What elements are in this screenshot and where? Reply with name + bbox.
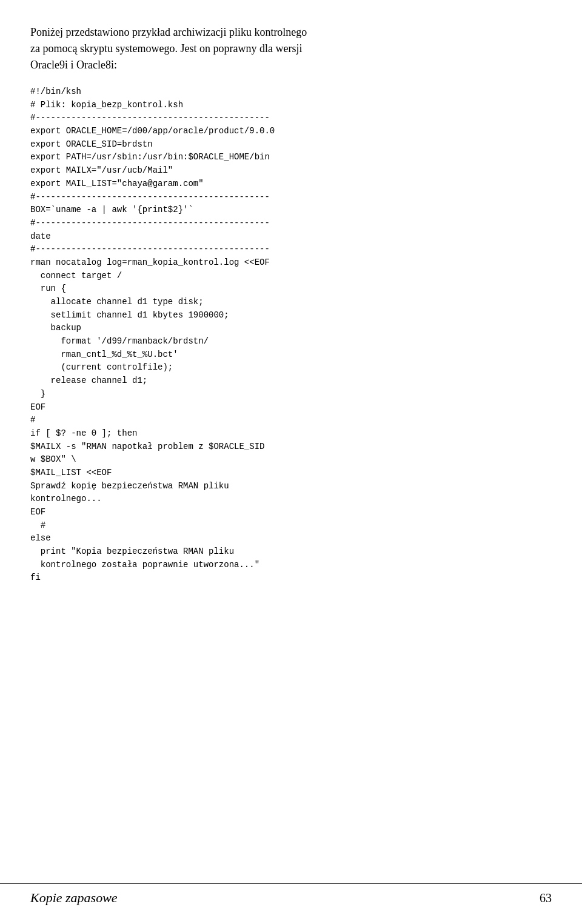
footer: Kopie zapasowe 63 xyxy=(0,883,582,906)
footer-page-number: 63 xyxy=(540,891,552,905)
page-container: Poniżej przedstawiono przykład archiwiza… xyxy=(0,0,582,924)
footer-title: Kopie zapasowe xyxy=(30,890,118,906)
code-block: #!/bin/ksh # Plik: kopia_bezp_kontrol.ks… xyxy=(30,85,552,585)
intro-line3: Oracle9i i Oracle8i: xyxy=(30,59,117,71)
intro-paragraph: Poniżej przedstawiono przykład archiwiza… xyxy=(30,24,552,73)
intro-line2: za pomocą skryptu systemowego. Jest on p… xyxy=(30,42,302,55)
intro-line1: Poniżej przedstawiono przykład archiwiza… xyxy=(30,26,307,38)
